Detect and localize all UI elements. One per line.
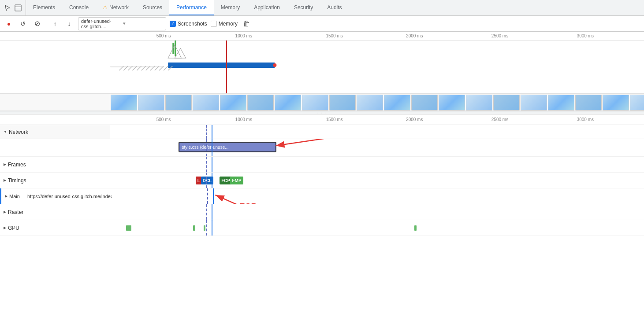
screenshot-6 — [247, 95, 274, 110]
screenshot-16 — [521, 95, 547, 110]
detail-panel: 500 ms 1000 ms 1500 ms 2000 ms 2500 ms 3… — [0, 114, 644, 313]
network-css-row: style.css (defer-unuse... CSS fin — [0, 139, 644, 157]
svg-rect-0 — [15, 5, 21, 11]
fcp-annotation-arrow — [112, 188, 644, 204]
ruler-1500ms: 1500 ms — [326, 33, 342, 38]
raster-arrow-icon[interactable]: ▶ — [4, 210, 6, 214]
ruler-2000ms: 2000 ms — [406, 33, 423, 38]
gpu-label: ▶ GPU — [0, 225, 110, 231]
main-arrow-icon[interactable]: ▶ — [5, 194, 7, 198]
screenshot-7 — [275, 95, 301, 110]
chart-left-margin — [0, 41, 110, 93]
b-ruler-2000ms: 2000 ms — [406, 117, 423, 122]
b-ruler-1500ms: 1500 ms — [326, 117, 342, 122]
b-ruler-3000ms-label: 3000 ms — [577, 117, 594, 122]
bottom-ruler-labels: 500 ms 1000 ms 1500 ms 2000 ms 2500 ms 3… — [110, 114, 644, 125]
overview-panel: 500 ms 1000 ms 1500 ms 2000 ms 2500 ms 3… — [0, 32, 644, 111]
timings-lane: ▶ Timings L DCL FCP — [0, 173, 644, 188]
badge-fmp[interactable]: FMP — [230, 177, 243, 184]
tab-application[interactable]: Application — [247, 0, 287, 15]
screenshot-8 — [302, 95, 328, 110]
gpu-arrow-icon[interactable]: ▶ — [4, 226, 6, 230]
tab-audits[interactable]: Audits — [320, 0, 349, 15]
raster-lane: ▶ Raster — [0, 204, 644, 220]
screenshot-thumbs — [110, 94, 644, 111]
clear-button[interactable]: ⊘ — [32, 18, 42, 29]
css-resource-block[interactable]: style.css (defer-unuse... — [179, 143, 275, 151]
chart-area — [0, 41, 644, 93]
toolbar: ● ↺ ⊘ ↑ ↓ defer-unused-css.glitch.... ▾ … — [0, 16, 644, 32]
gpu-bar-1 — [126, 225, 131, 231]
ruler-1000ms: 1000 ms — [235, 33, 252, 38]
devtools-icons — [0, 0, 26, 15]
tab-elements[interactable]: Elements — [26, 0, 62, 15]
download-button[interactable]: ↓ — [64, 18, 74, 29]
frames-arrow-icon[interactable]: ▶ — [4, 162, 6, 166]
timings-blue — [212, 173, 212, 188]
tab-console[interactable]: Console — [62, 0, 96, 15]
screenshot-4 — [193, 95, 219, 110]
svg-point-5 — [273, 63, 276, 67]
tab-performance[interactable]: Performance — [169, 0, 214, 15]
screenshot-10 — [357, 95, 383, 110]
screenshot-14 — [466, 95, 492, 110]
timings-content: L DCL FCP FMP — [110, 173, 644, 188]
svg-rect-3 — [175, 41, 176, 56]
fcp-text-annotation: FCP — [239, 202, 257, 204]
frames-content — [110, 157, 644, 172]
gpu-content — [110, 220, 644, 236]
blue-vline-fcp — [212, 125, 212, 139]
main-area: 500 ms 1000 ms 1500 ms 2000 ms 2500 ms 3… — [0, 32, 644, 313]
screenshot-9 — [329, 95, 356, 110]
ruler-500ms: 500 ms — [156, 33, 171, 38]
upload-button[interactable]: ↑ — [50, 18, 60, 29]
memory-checkbox[interactable]: Memory — [211, 21, 238, 27]
network-section-header: ▼ Network — [0, 125, 644, 139]
tab-security[interactable]: Security — [287, 0, 320, 15]
record-stop-button[interactable]: ● — [4, 18, 14, 29]
dock-icon[interactable] — [14, 4, 22, 12]
red-line-marker — [226, 41, 227, 93]
url-selector[interactable]: defer-unused-css.glitch.... ▾ — [78, 17, 166, 30]
timings-label: ▶ Timings — [0, 177, 110, 184]
main-blue — [213, 188, 214, 204]
svg-rect-1 — [15, 7, 21, 7]
timings-dashed — [206, 173, 207, 188]
tab-bar: Elements Console ⚠ Network Sources Perfo… — [0, 0, 644, 16]
lanes-container: ▼ Network st — [0, 125, 644, 313]
screenshots-strip — [0, 93, 644, 111]
main-dashed — [207, 188, 208, 204]
resize-handle[interactable]: · · · — [0, 111, 644, 114]
main-label: ▶ Main — https://defer-unused-css.glitch… — [1, 194, 112, 199]
screenshot-18 — [575, 95, 602, 110]
ruler-3000ms: 3000 ms — [577, 33, 594, 38]
screenshot-5 — [220, 95, 246, 110]
memory-checkbox-box[interactable] — [211, 21, 217, 27]
css-blue-vline — [212, 139, 212, 156]
frames-lane: ▶ Frames — [0, 157, 644, 173]
tab-network[interactable]: ⚠ Network — [96, 0, 136, 15]
svg-marker-8 — [175, 48, 186, 58]
screenshot-12 — [411, 95, 438, 110]
dashed-vline-1 — [206, 125, 207, 139]
chart-svg-area — [110, 41, 644, 93]
css-dashed-vline — [206, 139, 207, 156]
raster-dashed — [206, 204, 207, 220]
reload-button[interactable]: ↺ — [18, 18, 28, 29]
raster-blue — [212, 204, 212, 220]
screenshots-checkbox-box[interactable]: ✓ — [170, 21, 176, 27]
network-css-content: style.css (defer-unuse... CSS fin — [110, 139, 644, 156]
cursor-icon[interactable] — [4, 4, 11, 12]
b-ruler-1000ms: 1000 ms — [235, 117, 252, 122]
network-arrow-icon[interactable]: ▼ — [4, 130, 7, 134]
gpu-lane: ▶ GPU — [0, 220, 644, 236]
tab-sources[interactable]: Sources — [136, 0, 169, 15]
delete-button[interactable]: 🗑 — [241, 18, 252, 29]
gpu-bar-4 — [414, 225, 417, 231]
timings-arrow-icon[interactable]: ▶ — [4, 178, 6, 182]
screenshot-3 — [165, 95, 192, 110]
screenshots-checkbox[interactable]: ✓ Screenshots — [170, 21, 207, 27]
top-ruler: 500 ms 1000 ms 1500 ms 2000 ms 2500 ms 3… — [0, 32, 644, 41]
screenshots-left-margin — [0, 94, 110, 111]
tab-memory[interactable]: Memory — [214, 0, 247, 15]
